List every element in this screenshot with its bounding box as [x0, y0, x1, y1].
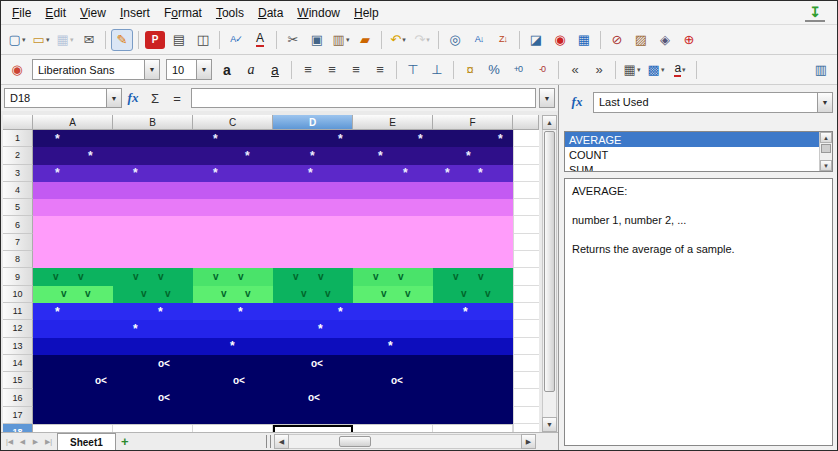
sheet-row-4[interactable] — [33, 182, 513, 199]
font-name-combobox[interactable]: Liberation Sans ▼ — [32, 59, 160, 80]
new-document-icon[interactable]: ▢▾ — [6, 29, 28, 51]
partial-column-g[interactable] — [513, 130, 539, 432]
selected-cell-D18[interactable] — [273, 425, 353, 432]
row-header-5[interactable]: 5 — [3, 199, 33, 216]
function-list-scroll-track[interactable] — [820, 143, 832, 160]
font-size-combobox[interactable]: 10 ▼ — [166, 59, 212, 80]
menu-view[interactable]: View — [73, 3, 113, 23]
insert-chart-icon[interactable]: ◪ — [525, 29, 547, 51]
row-header-15[interactable]: 15 — [3, 372, 33, 389]
sheet-row-14[interactable]: o<o< — [33, 355, 513, 372]
add-sheet-button[interactable]: + — [116, 433, 134, 450]
name-box[interactable]: D18 ▼ — [4, 88, 122, 108]
cell-E10[interactable] — [353, 286, 433, 303]
cell-D10[interactable] — [273, 286, 353, 303]
sheet-row-1[interactable]: ***** — [33, 130, 513, 147]
row-header-6[interactable]: 6 — [3, 216, 33, 233]
font-name-dropdown-icon[interactable]: ▼ — [144, 60, 159, 79]
cell-D9[interactable] — [273, 268, 353, 285]
vertical-scroll-track[interactable] — [542, 130, 557, 417]
gallery-icon[interactable]: ▨ — [630, 29, 652, 51]
align-bottom-icon[interactable]: ⊥ — [426, 59, 448, 81]
sheet-row-3[interactable]: ******* — [33, 165, 513, 182]
function-item-count[interactable]: COUNT — [565, 147, 819, 162]
spelling-icon[interactable]: A✓ — [225, 29, 247, 51]
cut-icon[interactable]: ✂ — [282, 29, 304, 51]
align-justified-icon[interactable]: ≡ — [369, 59, 391, 81]
freeze-panes-icon[interactable]: ▦ — [573, 29, 595, 51]
sum-icon[interactable]: Σ — [144, 88, 166, 108]
cell-A10[interactable] — [33, 286, 113, 303]
scroll-up-icon[interactable]: ▲ — [542, 115, 557, 130]
align-center-icon[interactable]: ≡ — [321, 59, 343, 81]
row-header-9[interactable]: 9 — [3, 268, 33, 285]
row-header-14[interactable]: 14 — [3, 355, 33, 372]
download-update-icon[interactable]: ↧ — [805, 4, 825, 22]
row-header-12[interactable]: 12 — [3, 320, 33, 337]
menu-insert[interactable]: Insert — [113, 3, 157, 23]
name-box-dropdown-icon[interactable]: ▼ — [106, 89, 121, 107]
borders-dropdown-icon[interactable]: ▾ — [637, 66, 641, 74]
protect-sheet-icon[interactable]: ⊘ — [606, 29, 628, 51]
undo-dropdown-icon[interactable]: ▾ — [402, 36, 406, 44]
cell-B10[interactable] — [113, 286, 193, 303]
cell-C9[interactable] — [193, 268, 273, 285]
scroll-right-icon[interactable]: ▶ — [521, 434, 536, 449]
background-color-icon[interactable]: ▩▾ — [645, 59, 667, 81]
menu-window[interactable]: Window — [290, 3, 347, 23]
function-list-scroll-down-icon[interactable]: ▼ — [820, 160, 832, 171]
column-header-C[interactable]: C — [193, 115, 273, 130]
menu-tools[interactable]: Tools — [209, 3, 251, 23]
row-header-10[interactable]: 10 — [3, 286, 33, 303]
cell-F9[interactable] — [433, 268, 513, 285]
function-item-average[interactable]: AVERAGE — [565, 132, 819, 147]
cell-F10[interactable] — [433, 286, 513, 303]
find-replace-icon[interactable]: ◎ — [444, 29, 466, 51]
function-item-sum[interactable]: SUM — [565, 162, 819, 171]
sheet-row-5[interactable] — [33, 199, 513, 216]
sheet-row-17[interactable] — [33, 407, 513, 424]
sort-ascending-icon[interactable]: A↓ — [468, 29, 490, 51]
scroll-left-icon[interactable]: ◀ — [274, 434, 289, 449]
row-header-3[interactable]: 3 — [3, 165, 33, 182]
align-top-icon[interactable]: ⊤ — [402, 59, 424, 81]
menu-edit[interactable]: Edit — [38, 3, 73, 23]
undo-icon[interactable]: ↶▾ — [387, 29, 409, 51]
align-right-icon[interactable]: ≡ — [345, 59, 367, 81]
sidebar-icon[interactable]: ▥ — [810, 59, 832, 81]
clone-formatting-icon[interactable]: ▰ — [354, 29, 376, 51]
formula-input[interactable] — [191, 88, 536, 108]
function-list-scrollbar[interactable]: ▲ ▼ — [819, 132, 832, 171]
sheet-row-18[interactable] — [33, 424, 513, 432]
save-dropdown-icon[interactable]: ▾ — [70, 36, 74, 44]
background-color-dropdown-icon[interactable]: ▾ — [661, 66, 665, 74]
vertical-scroll-thumb[interactable] — [544, 131, 555, 392]
row-header-18[interactable]: 18 — [3, 424, 33, 432]
bold-icon[interactable]: a — [216, 59, 238, 81]
horizontal-scrollbar[interactable]: ◀ ▶ — [274, 434, 536, 449]
cell-B9[interactable] — [113, 268, 193, 285]
cell-A9[interactable] — [33, 268, 113, 285]
sheet-row-2[interactable]: ***** — [33, 147, 513, 164]
horizontal-scroll-thumb[interactable] — [339, 436, 371, 447]
font-color-icon[interactable]: a▾ — [669, 59, 691, 81]
row-header-7[interactable]: 7 — [3, 234, 33, 251]
font-size-dropdown-icon[interactable]: ▼ — [196, 60, 211, 79]
email-icon[interactable]: ✉ — [78, 29, 100, 51]
edit-mode-icon[interactable]: ✎ — [111, 29, 133, 51]
sheet-tab-sheet1[interactable]: Sheet1 — [57, 433, 116, 450]
add-decimal-icon[interactable]: +0 — [507, 59, 529, 81]
column-header-F[interactable]: F — [433, 115, 513, 130]
menu-help[interactable]: Help — [347, 3, 386, 23]
help-icon[interactable]: ⊕ — [678, 29, 700, 51]
scroll-down-icon[interactable]: ▼ — [542, 417, 557, 432]
auto-spellcheck-icon[interactable]: A — [249, 29, 271, 51]
cell-E9[interactable] — [353, 268, 433, 285]
column-header-E[interactable]: E — [353, 115, 433, 130]
column-header-D[interactable]: D — [273, 115, 353, 130]
italic-icon[interactable]: a — [240, 59, 262, 81]
underline-icon[interactable]: a — [264, 59, 286, 81]
tab-split-handle[interactable] — [266, 435, 271, 448]
function-list-scroll-thumb[interactable] — [821, 144, 831, 153]
redo-dropdown-icon[interactable]: ▾ — [426, 36, 430, 44]
